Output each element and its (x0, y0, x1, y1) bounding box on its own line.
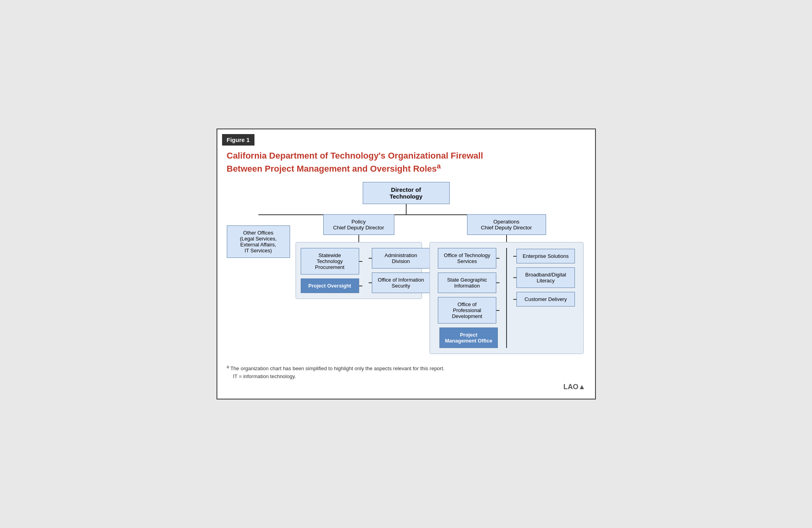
enterprise-row: Enterprise Solutions (513, 249, 575, 263)
office-professional-dev: Office of ProfessionalDevelopment (438, 297, 496, 324)
customer-delivery: Customer Delivery (516, 292, 575, 307)
branches-row: Other Offices(Legal Services,External Af… (227, 214, 586, 354)
customer-delivery-row: Customer Delivery (513, 292, 575, 307)
ops-col-a: Office of TechnologyServices State Geogr… (435, 248, 503, 348)
sgi-row: State GeographicInformation (438, 273, 499, 293)
opd-row: Office of ProfessionalDevelopment (438, 297, 499, 324)
office-info-security: Office of InformationSecurity (372, 273, 430, 293)
broadband-digital-literacy: Broadband/DigitalLiteracy (516, 267, 575, 288)
project-mgmt-office: Project Management Office (439, 327, 498, 348)
broadband-row: Broadband/DigitalLiteracy (513, 267, 575, 288)
state-geographic-info: State GeographicInformation (438, 273, 496, 293)
ops-col-b: Enterprise Solutions Broadband/DigitalLi… (510, 248, 578, 348)
operations-two-col: Office of TechnologyServices State Geogr… (435, 248, 578, 348)
policy-two-col: Statewide TechnologyProcurement Project … (301, 248, 417, 293)
chart-area: Director of Technology Other Offices(Leg… (217, 178, 595, 358)
policy-col-b: AdministrationDivision Office of Informa… (369, 248, 430, 293)
project-oversight-row: Project Oversight (301, 278, 362, 293)
ops-center-line (506, 248, 507, 348)
project-oversight-box: Project Oversight (301, 278, 359, 293)
branch-center: PolicyChief Deputy Director Statewide Te… (292, 214, 426, 299)
director-row: Director of Technology (363, 182, 450, 204)
branch-left: Other Offices(Legal Services,External Af… (227, 225, 290, 258)
policy-col-a: Statewide TechnologyProcurement Project … (301, 248, 362, 293)
info-security-row: Office of InformationSecurity (369, 273, 430, 293)
operations-deputy-box: OperationsChief Deputy Director (467, 214, 546, 235)
operations-sub-panel: Office of TechnologyServices State Geogr… (430, 242, 584, 354)
admin-div-row: AdministrationDivision (369, 248, 430, 269)
footnote-b: IT = information technology. (227, 373, 586, 380)
figure-label: Figure 1 (222, 134, 254, 146)
branch-right: OperationsChief Deputy Director Office o… (428, 214, 586, 354)
lao-logo: LAO▲ (227, 382, 586, 392)
policy-deputy-box: PolicyChief Deputy Director (323, 214, 394, 235)
footnote-a: a The organization chart has been simpli… (227, 363, 586, 373)
statewide-tech-procurement: Statewide TechnologyProcurement (301, 248, 359, 274)
other-offices-box: Other Offices(Legal Services,External Af… (227, 225, 290, 258)
director-box: Director of Technology (363, 182, 450, 204)
pmo-row: Project Management Office (439, 327, 498, 348)
org-chart: Director of Technology Other Offices(Leg… (227, 182, 586, 354)
enterprise-solutions: Enterprise Solutions (516, 249, 575, 263)
figure-title: California Department of Technology's Or… (217, 146, 595, 178)
policy-sub-panel: Statewide TechnologyProcurement Project … (296, 242, 422, 299)
administration-division: AdministrationDivision (372, 248, 430, 269)
stp-row: Statewide TechnologyProcurement (301, 248, 362, 274)
office-tech-services: Office of TechnologyServices (438, 248, 496, 269)
footnotes: a The organization chart has been simpli… (217, 358, 595, 399)
figure-container: Figure 1 California Department of Techno… (217, 129, 596, 400)
ots-row: Office of TechnologyServices (438, 248, 499, 269)
